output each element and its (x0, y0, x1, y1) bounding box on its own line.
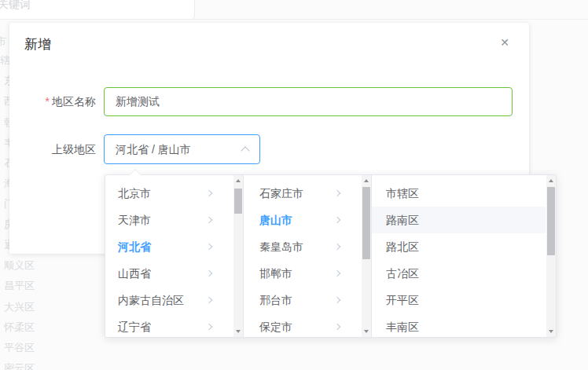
chevron-right-icon (334, 270, 340, 277)
chevron-right-icon (334, 297, 340, 303)
region-name-value: 新增测试 (116, 95, 160, 108)
chevron-right-icon (334, 217, 340, 223)
cascader-option[interactable]: 秦皇岛市 (244, 233, 371, 260)
chevron-right-icon (206, 297, 212, 303)
chevron-right-icon (206, 244, 212, 250)
cascader-menu-districts: 市辖区 路南区 路北区 古冶区 开平区 丰南区 (372, 175, 556, 337)
background-search-placeholder: 关键词 (0, 0, 31, 12)
cascader-option[interactable]: 邢台市 (244, 287, 371, 313)
background-header-divider (0, 19, 588, 20)
background-tree-item: 大兴区 (4, 299, 35, 315)
scroll-down-icon[interactable] (364, 330, 369, 333)
parent-region-label: 上级地区 (9, 134, 96, 164)
scrollbar[interactable] (233, 175, 243, 337)
cascader-option-hovered[interactable]: 路南区 (372, 207, 546, 233)
scroll-down-icon[interactable] (549, 330, 553, 333)
scrollbar-thumb[interactable] (547, 187, 555, 255)
background-tree-item: 怀柔区 (4, 320, 35, 335)
background-tree-item: 平谷区 (4, 340, 35, 356)
cascader-menu-cities: 石家庄市 唐山市 秦皇岛市 邯郸市 邢台市 保定市 (244, 175, 372, 337)
region-name-label: *地区名称 (9, 87, 96, 116)
scroll-up-icon[interactable] (364, 179, 369, 182)
scroll-down-icon[interactable] (236, 330, 241, 333)
cascader-option[interactable]: 石家庄市 (244, 180, 371, 207)
cascader-option[interactable]: 路北区 (372, 233, 546, 260)
background-search-input: 关键词 (0, 0, 195, 20)
cascader-option[interactable]: 辽宁省 (105, 313, 243, 340)
chevron-right-icon (334, 324, 340, 330)
background-tree-item: 顺义区 (4, 258, 35, 273)
dialog-close-button[interactable]: ✕ (497, 35, 513, 50)
chevron-right-icon (206, 217, 212, 223)
scrollbar-thumb[interactable] (234, 189, 242, 214)
cascader-option[interactable]: 古冶区 (372, 260, 546, 287)
required-asterisk: * (46, 95, 50, 108)
cascader-option[interactable]: 北京市 (105, 180, 243, 207)
screen: 关键词 北京市 市辖区 东城区 西城区 朝阳区 丰台区 石景山区 海淀区 门头沟… (0, 0, 588, 370)
chevron-right-icon (206, 190, 212, 196)
chevron-right-icon (334, 190, 340, 196)
parent-region-select[interactable]: 河北省 / 唐山市 (104, 134, 260, 164)
scrollbar[interactable] (362, 175, 371, 337)
background-tree-item: 密云区 (4, 361, 35, 370)
cascader-option[interactable]: 保定市 (244, 313, 371, 340)
chevron-right-icon (334, 244, 340, 250)
cascader-option[interactable]: 开平区 (372, 287, 546, 313)
parent-region-value: 河北省 / 唐山市 (116, 143, 191, 156)
background-tree-item: 北京市 (0, 34, 6, 49)
cascader-option[interactable]: 丰南区 (372, 313, 546, 340)
chevron-right-icon (206, 270, 212, 277)
scrollbar[interactable] (546, 175, 556, 337)
close-icon: ✕ (500, 36, 509, 49)
region-name-input[interactable]: 新增测试 (104, 87, 513, 116)
cascader-menu-provinces: 北京市 天津市 河北省 山西省 内蒙古自治区 辽宁省 (105, 175, 244, 337)
chevron-right-icon (206, 324, 212, 330)
cascader-option[interactable]: 邯郸市 (244, 260, 371, 287)
dialog-title: 新增 (24, 35, 51, 53)
cascader-option[interactable]: 市辖区 (372, 180, 546, 207)
cascader-dropdown: 北京市 天津市 河北省 山西省 内蒙古自治区 辽宁省 石家庄市 唐山市 秦皇岛市… (105, 174, 557, 338)
scroll-up-icon[interactable] (236, 179, 241, 182)
cascader-option[interactable]: 内蒙古自治区 (105, 287, 243, 313)
scrollbar-thumb[interactable] (362, 187, 370, 259)
chevron-up-icon (241, 146, 249, 155)
cascader-option-selected[interactable]: 河北省 (105, 233, 243, 260)
cascader-option[interactable]: 山西省 (105, 260, 243, 287)
cascader-option-selected[interactable]: 唐山市 (244, 207, 371, 233)
cascader-option[interactable]: 天津市 (105, 207, 243, 233)
scroll-up-icon[interactable] (549, 179, 553, 182)
background-tree-item: 昌平区 (4, 278, 35, 294)
